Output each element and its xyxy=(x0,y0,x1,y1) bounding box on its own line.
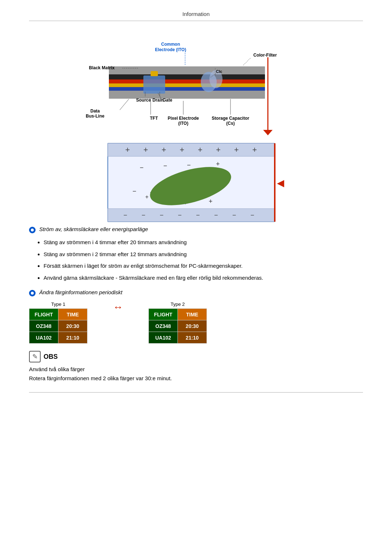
table1-header-flight: FLIGHT xyxy=(29,309,58,320)
label-pixel-electrode: Pixel Electrode xyxy=(168,116,199,121)
section1-heading: Ström av, skärmsläckare eller energispar… xyxy=(39,226,148,232)
obs-section: ✎ OBS xyxy=(29,351,363,362)
bullet-item-2: Stäng av strömmen i 2 timmar efter 12 ti… xyxy=(44,250,363,259)
table2-row-2: UA102 21:10 xyxy=(149,332,207,344)
section1-heading-row: Ström av, skärmsläckare eller energispar… xyxy=(29,226,363,233)
svg-text:+: + xyxy=(209,198,213,205)
section2: Ändra färginformationen periodiskt Type … xyxy=(29,289,363,344)
svg-text:−: − xyxy=(178,212,182,219)
table2-row1-flight: OZ348 xyxy=(149,320,178,332)
table2-type-label: Type 2 xyxy=(148,301,207,307)
svg-text:+: + xyxy=(252,145,257,154)
svg-rect-29 xyxy=(108,143,275,156)
arrow-icon: ↔ xyxy=(113,301,123,313)
svg-rect-1 xyxy=(109,74,265,79)
table1-header-row: FLIGHT TIME xyxy=(29,309,87,320)
svg-text:+: + xyxy=(125,145,130,154)
page: Information xyxy=(0,0,392,407)
obs-icon: ✎ xyxy=(29,351,41,362)
svg-rect-7 xyxy=(151,71,158,76)
table2-row2-time: 21:10 xyxy=(178,332,207,344)
svg-text:+: + xyxy=(180,145,184,154)
footer-divider xyxy=(29,392,363,393)
bullet-item-3: Försätt skärmen i läget för ström av enl… xyxy=(44,262,363,270)
pencil-icon: ✎ xyxy=(32,353,38,361)
circle-inner2 xyxy=(31,292,34,295)
table1-row1-time: 20:30 xyxy=(58,320,87,332)
table1-row-2: UA102 21:10 xyxy=(29,332,87,344)
obs-note-1: Använd två olika färger xyxy=(29,366,363,372)
label-source: Source xyxy=(136,98,151,103)
svg-text:−: − xyxy=(196,212,200,219)
table1-row2-time: 21:10 xyxy=(58,332,87,344)
flight-tables: Type 1 FLIGHT TIME OZ348 20:30 UA102 21:… xyxy=(29,301,363,344)
section2-heading: Ändra färginformationen periodiskt xyxy=(39,289,122,295)
table1-row-1: OZ348 20:30 xyxy=(29,320,87,332)
svg-text:−: − xyxy=(232,212,236,219)
svg-text:+: + xyxy=(234,145,239,154)
svg-text:Bus-Line: Bus-Line xyxy=(86,114,105,119)
svg-text:−: − xyxy=(142,212,146,219)
svg-rect-5 xyxy=(109,91,265,99)
svg-rect-2 xyxy=(109,79,265,83)
circle-inner xyxy=(31,229,34,231)
table-arrow: ↔ xyxy=(109,301,127,313)
table2-header-flight: FLIGHT xyxy=(149,309,178,320)
section1-icon xyxy=(29,227,36,233)
svg-text:+: + xyxy=(143,145,148,154)
label-storage-capacitor: Storage Capacitor xyxy=(212,116,249,121)
table-group-2: Type 2 FLIGHT TIME OZ348 20:30 UA102 21:… xyxy=(148,301,207,344)
table2-row1-time: 20:30 xyxy=(178,320,207,332)
section2-heading-row: Ändra färginformationen periodiskt xyxy=(29,289,363,296)
svg-marker-11 xyxy=(263,130,273,135)
tft-layer-diagram: Black Matrix Common Electrode (ITO) Colo… xyxy=(73,32,319,139)
label-color-filter: Color-Filter xyxy=(253,53,277,58)
svg-text:−: − xyxy=(214,212,218,219)
svg-text:−: − xyxy=(123,212,127,219)
label-gate: Gate xyxy=(163,98,172,103)
svg-text:(ITO): (ITO) xyxy=(178,121,188,126)
label-tft: TFT xyxy=(150,116,158,121)
svg-rect-30 xyxy=(108,209,275,222)
svg-text:−: − xyxy=(132,188,136,195)
label-data-bus-line: Data xyxy=(90,108,100,114)
svg-line-19 xyxy=(120,99,129,110)
efield-diagram: + + + + + + + + − − − − − − − − − − − + … xyxy=(107,143,285,222)
table1-row1-flight: OZ348 xyxy=(29,320,58,332)
svg-text:−: − xyxy=(187,161,191,169)
svg-text:Electrode (ITO): Electrode (ITO) xyxy=(155,47,186,52)
label-clc: Clc xyxy=(216,69,222,74)
page-header: Information xyxy=(29,11,363,21)
svg-line-14 xyxy=(243,58,250,65)
section1: Ström av, skärmsläckare eller energispar… xyxy=(29,226,363,282)
tft-diagram-section: Black Matrix Common Electrode (ITO) Colo… xyxy=(29,32,363,139)
bullet-item-4: Använd gärna skärmsläckare - Skärmsläcka… xyxy=(44,274,363,282)
svg-rect-0 xyxy=(109,66,265,74)
table2-header-time: TIME xyxy=(178,309,207,320)
svg-rect-3 xyxy=(109,83,265,87)
table2-row2-flight: UA102 xyxy=(149,332,178,344)
efield-diagram-section: + + + + + + + + − − − − − − − − − − − + … xyxy=(107,143,285,222)
bullet-item-1: Stäng av strömmen i 4 timmar efter 20 ti… xyxy=(44,238,363,247)
table1: FLIGHT TIME OZ348 20:30 UA102 21:10 xyxy=(29,308,87,344)
page-title: Information xyxy=(182,11,209,17)
label-common-electrode: Common xyxy=(161,42,180,47)
svg-text:−: − xyxy=(250,212,254,219)
svg-text:−: − xyxy=(160,212,164,219)
svg-rect-6 xyxy=(143,75,165,94)
obs-label: OBS xyxy=(44,353,58,361)
table1-header-time: TIME xyxy=(58,309,87,320)
table2-header-row: FLIGHT TIME xyxy=(149,309,207,320)
svg-text:+: + xyxy=(216,145,221,154)
table2: FLIGHT TIME OZ348 20:30 UA102 21:10 xyxy=(148,308,207,344)
svg-text:+: + xyxy=(162,145,166,154)
table1-type-label: Type 1 xyxy=(29,301,87,307)
table-group-1: Type 1 FLIGHT TIME OZ348 20:30 UA102 21:… xyxy=(29,301,87,344)
svg-text:+: + xyxy=(145,194,148,200)
svg-text:(Cs): (Cs) xyxy=(226,121,234,126)
table1-row2-flight: UA102 xyxy=(29,332,58,344)
svg-text:−: − xyxy=(140,164,144,171)
section1-bullets: Stäng av strömmen i 4 timmar efter 20 ti… xyxy=(29,238,363,282)
obs-note-2: Rotera färginformationen med 2 olika fär… xyxy=(29,375,363,381)
table2-row-1: OZ348 20:30 xyxy=(149,320,207,332)
